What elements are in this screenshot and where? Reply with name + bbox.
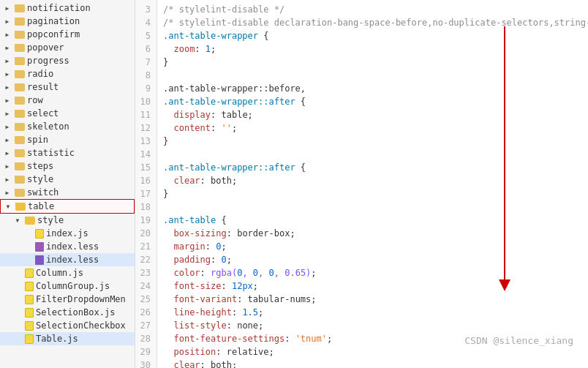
less-file-icon-table-style-indexless1 (35, 242, 44, 252)
code-line-7: } (163, 56, 588, 69)
sidebar-item-table[interactable]: ▼table (0, 199, 135, 214)
tree-arrow-result: ▶ (3, 83, 12, 91)
tree-arrow-statistic: ▶ (3, 149, 12, 157)
line-number-5: 5 (138, 29, 151, 42)
folder-icon-style (15, 176, 25, 184)
sidebar-label-table-filterdropdown: FilterDropdownMen (36, 294, 126, 304)
line-number-23: 23 (138, 266, 151, 279)
line-number-28: 28 (138, 332, 151, 345)
sidebar-label-spin: spin (27, 135, 48, 145)
code-line-27: list-style: none; (163, 319, 588, 332)
code-line-26: line-height: 1.5; (163, 306, 588, 319)
sidebar-label-table-tablejs: Table.js (36, 334, 78, 344)
code-line-13: } (163, 135, 588, 148)
line-number-29: 29 (138, 345, 151, 358)
sidebar-label-pagination: pagination (27, 16, 80, 26)
code-line-10: .ant-table-wrapper::after { (163, 95, 588, 108)
file-tree[interactable]: ▶notification▶pagination▶popconfirm▶popo… (0, 0, 135, 368)
sidebar-item-table-style-indexless2[interactable]: ▶index.less (0, 253, 135, 266)
sidebar-item-pagination[interactable]: ▶pagination (0, 15, 135, 28)
tree-arrow-pagination: ▶ (3, 17, 12, 26)
sidebar-item-switch[interactable]: ▶switch (0, 186, 135, 199)
line-number-24: 24 (138, 279, 151, 293)
folder-icon-steps (15, 162, 25, 170)
sidebar-label-steps: steps (27, 161, 53, 171)
tree-arrow-spin: ▶ (3, 135, 12, 144)
sidebar-item-table-style-indexjs[interactable]: ▶index.js (0, 227, 135, 240)
sidebar-item-statistic[interactable]: ▶statistic (0, 146, 135, 159)
sidebar-item-table-filterdropdown[interactable]: ▶FilterDropdownMen (0, 293, 135, 306)
line-number-3: 3 (138, 3, 151, 16)
sidebar-item-spin[interactable]: ▶spin (0, 133, 135, 146)
js-file-icon-table-columnjs (25, 269, 34, 278)
line-number-11: 11 (138, 108, 151, 121)
code-line-11: display: table; (163, 108, 588, 121)
js-file-icon-table-columngroupjs (25, 282, 34, 291)
sidebar-label-result: result (27, 82, 59, 92)
sidebar-item-table-tablejs[interactable]: ▶Table.js (0, 332, 135, 345)
sidebar-label-table-style-indexless2: index.less (46, 255, 99, 265)
code-line-16: clear: both; (163, 174, 588, 187)
folder-icon-row (15, 97, 25, 105)
code-editor: 3456789101112131415161718192021222324252… (135, 0, 588, 368)
code-line-22: padding: 0; (163, 253, 588, 266)
tree-arrow-popover: ▶ (3, 43, 12, 52)
js-file-icon-table-tablejs (25, 334, 34, 344)
sidebar-item-table-style[interactable]: ▼style (0, 214, 135, 227)
sidebar-item-table-selectionbox[interactable]: ▶SelectionBox.js (0, 306, 135, 319)
folder-icon-progress (15, 57, 25, 65)
tree-arrow-steps: ▶ (3, 162, 12, 170)
folder-icon-switch (15, 189, 25, 197)
sidebar-item-table-style-indexless1[interactable]: ▶index.less (0, 240, 135, 253)
sidebar-item-radio[interactable]: ▶radio (0, 67, 135, 80)
folder-icon-select (15, 110, 25, 118)
line-number-4: 4 (138, 16, 151, 29)
tree-arrow-notification: ▶ (3, 4, 12, 12)
sidebar-label-switch: switch (27, 187, 59, 198)
tree-arrow-select: ▶ (3, 109, 12, 118)
tree-arrow-radio: ▶ (3, 70, 12, 78)
less-active-file-icon-table-style-indexless2 (35, 255, 44, 265)
code-line-19: .ant-table { (163, 214, 588, 227)
sidebar-item-table-columngroupjs[interactable]: ▶ColumnGroup.js (0, 279, 135, 293)
folder-icon-popconfirm (15, 31, 25, 39)
line-number-13: 13 (138, 135, 151, 148)
sidebar-item-popover[interactable]: ▶popover (0, 41, 135, 54)
sidebar-item-table-selectioncheckbox[interactable]: ▶SelectionCheckbox (0, 319, 135, 332)
sidebar-item-table-columnjs[interactable]: ▶Column.js (0, 266, 135, 279)
code-line-8 (163, 69, 588, 82)
line-number-6: 6 (138, 42, 151, 56)
code-line-12: content: ''; (163, 121, 588, 135)
sidebar-item-steps[interactable]: ▶steps (0, 159, 135, 173)
sidebar-item-progress[interactable]: ▶progress (0, 54, 135, 67)
tree-arrow-progress: ▶ (3, 56, 12, 65)
line-number-19: 19 (138, 214, 151, 227)
sidebar-label-table: table (28, 201, 54, 211)
code-line-28: font-feature-settings: 'tnum'; (163, 332, 588, 345)
code-line-29: position: relative; (163, 345, 588, 358)
sidebar-item-select[interactable]: ▶select (0, 107, 135, 120)
folder-icon-radio (15, 70, 25, 78)
sidebar-label-table-selectioncheckbox: SelectionCheckbox (36, 320, 126, 331)
line-number-14: 14 (138, 148, 151, 161)
sidebar-item-popconfirm[interactable]: ▶popconfirm (0, 28, 135, 41)
tree-arrow-skeleton: ▶ (3, 122, 12, 131)
tree-arrow-style: ▶ (3, 175, 12, 184)
sidebar-label-skeleton: skeleton (27, 121, 69, 132)
sidebar-item-style[interactable]: ▶style (0, 173, 135, 186)
sidebar-item-notification[interactable]: ▶notification (0, 1, 135, 15)
code-line-21: margin: 0; (163, 240, 588, 253)
sidebar-item-skeleton[interactable]: ▶skeleton (0, 120, 135, 133)
code-line-20: box-sizing: border-box; (163, 227, 588, 240)
code-line-6: zoom: 1; (163, 42, 588, 56)
sidebar-item-result[interactable]: ▶result (0, 80, 135, 94)
sidebar-label-table-style: style (37, 215, 64, 225)
line-number-16: 16 (138, 174, 151, 187)
js-file-icon-table-selectioncheckbox (25, 321, 34, 331)
sidebar-item-row[interactable]: ▶row (0, 94, 135, 107)
line-number-10: 10 (138, 95, 151, 108)
sidebar-label-statistic: statistic (27, 148, 75, 158)
folder-icon-popover (15, 44, 25, 52)
line-number-17: 17 (138, 187, 151, 200)
code-line-23: color: rgba(0, 0, 0, 0.65); (163, 266, 588, 279)
